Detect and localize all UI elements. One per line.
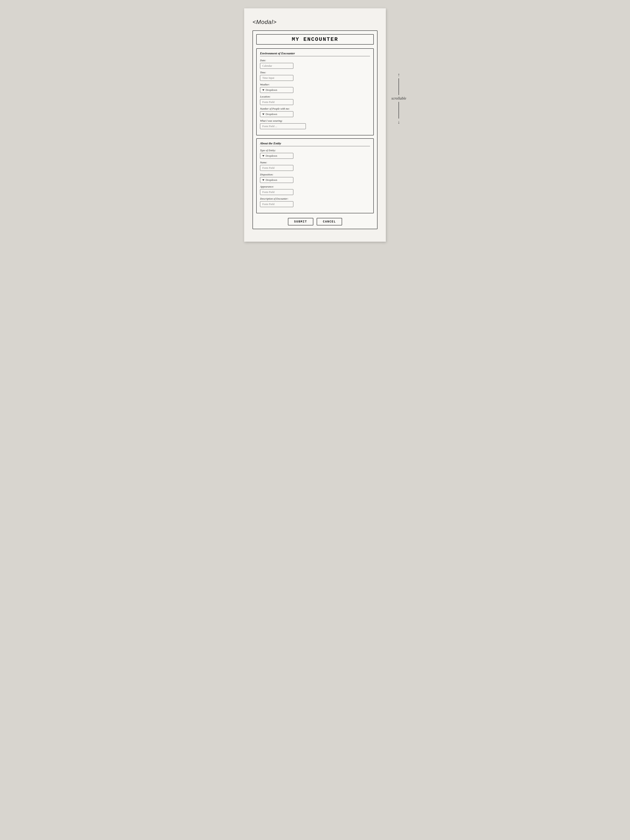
paper-background: <Modal> ↑ scrollable ↓ MY ENCOUNTER Envi…	[244, 8, 386, 242]
modal-annotation-label: <Modal>	[253, 19, 377, 25]
time-label: Time:	[260, 71, 370, 74]
time-input[interactable]	[260, 75, 293, 81]
entity-type-dropdown-label: Dropdown	[265, 154, 277, 158]
modal-body[interactable]: Environment of Encounter Date: Time: Wea…	[256, 48, 374, 216]
entity-type-field-group: Type of Entity: Dropdown	[260, 149, 370, 159]
scroll-arrow-up: ↑	[398, 73, 400, 77]
scrollable-annotation: ↑ scrollable ↓	[392, 73, 406, 125]
environment-section-title: Environment of Encounter	[260, 52, 370, 56]
num-people-dropdown[interactable]: Dropdown	[260, 111, 293, 117]
entity-type-dropdown-arrow	[262, 155, 264, 157]
disposition-field-group: Disposition: Dropdown	[260, 173, 370, 183]
submit-button[interactable]: SUBMIT	[288, 218, 313, 226]
date-field-group: Date:	[260, 59, 370, 69]
modal-container: ↑ scrollable ↓ MY ENCOUNTER Environment …	[253, 30, 377, 229]
description-field-group: Description of Encounter:	[260, 197, 370, 207]
weather-dropdown-label: Dropdown	[265, 88, 277, 92]
modal-title: MY ENCOUNTER	[292, 36, 338, 43]
date-input[interactable]	[260, 63, 293, 69]
num-people-field-group: Number of People with me: Dropdown	[260, 107, 370, 117]
disposition-label: Disposition:	[260, 173, 370, 176]
name-label: Name:	[260, 161, 370, 164]
scroll-line	[398, 78, 399, 95]
weather-dropdown-arrow	[262, 89, 264, 91]
scroll-arrow-down: ↓	[398, 120, 400, 125]
location-input[interactable]	[260, 99, 293, 105]
wearing-label: What I was wearing:	[260, 119, 370, 123]
appearance-field-group: Appearance:	[260, 185, 370, 195]
entity-section: About the Entity Type of Entity: Dropdow…	[256, 138, 374, 213]
num-people-dropdown-arrow	[262, 114, 264, 115]
location-label: Location:	[260, 95, 370, 98]
scroll-line-2	[398, 102, 399, 118]
num-people-label: Number of People with me:	[260, 107, 370, 111]
weather-label: Weather:	[260, 83, 370, 86]
cancel-button[interactable]: CANCEL	[317, 218, 342, 226]
modal-title-box: MY ENCOUNTER	[256, 34, 374, 44]
disposition-dropdown-label: Dropdown	[265, 178, 277, 182]
num-people-dropdown-label: Dropdown	[265, 112, 277, 116]
wearing-input[interactable]	[260, 123, 306, 129]
environment-section: Environment of Encounter Date: Time: Wea…	[256, 48, 374, 136]
name-input[interactable]	[260, 165, 293, 171]
weather-dropdown[interactable]: Dropdown	[260, 87, 293, 93]
scrollable-label: scrollable	[392, 96, 406, 101]
time-field-group: Time:	[260, 71, 370, 81]
location-field-group: Location:	[260, 95, 370, 105]
wearing-field-group: What I was wearing:	[260, 119, 370, 129]
appearance-input[interactable]	[260, 189, 293, 195]
entity-type-label: Type of Entity:	[260, 149, 370, 152]
date-label: Date:	[260, 59, 370, 62]
description-input[interactable]	[260, 201, 293, 207]
description-label: Description of Encounter:	[260, 197, 370, 201]
modal-footer: SUBMIT CANCEL	[256, 218, 374, 226]
entity-type-dropdown[interactable]: Dropdown	[260, 153, 293, 159]
name-field-group: Name:	[260, 161, 370, 171]
appearance-label: Appearance:	[260, 185, 370, 188]
disposition-dropdown[interactable]: Dropdown	[260, 177, 293, 183]
weather-field-group: Weather: Dropdown	[260, 83, 370, 93]
disposition-dropdown-arrow	[262, 179, 264, 181]
entity-section-title: About the Entity	[260, 142, 370, 146]
